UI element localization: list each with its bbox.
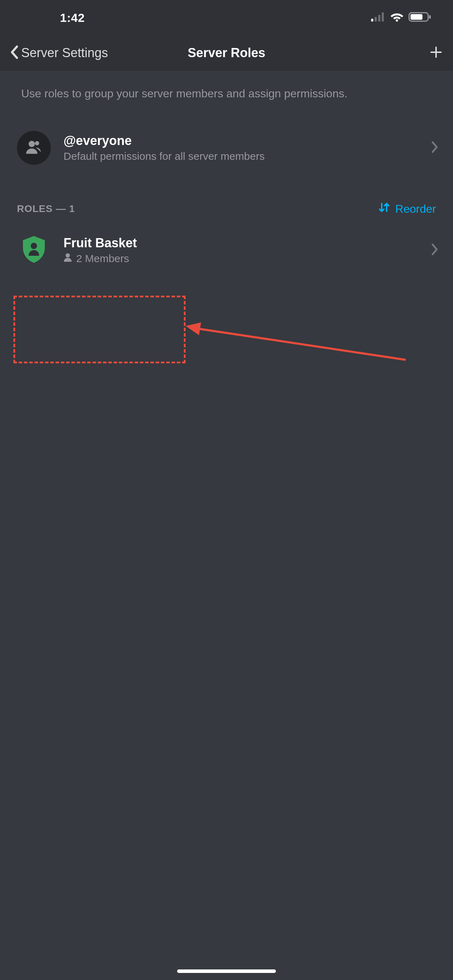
svg-point-11 [35,141,39,145]
role-row[interactable]: Fruit Basket 2 Members [0,227,453,274]
reorder-label: Reorder [395,202,436,216]
home-indicator [177,969,276,973]
roles-count-label: ROLES — 1 [17,203,75,215]
svg-rect-0 [371,19,373,22]
annotation-highlight-box [13,296,186,363]
back-button[interactable]: Server Settings [10,45,108,60]
back-label: Server Settings [21,46,108,60]
person-icon [64,253,72,264]
roles-section-header: ROLES — 1 Reorder [0,173,453,227]
svg-marker-17 [186,323,201,335]
battery-icon [408,12,432,24]
role-name: Fruit Basket [64,235,431,250]
page-title: Server Roles [188,46,265,60]
wifi-icon [389,12,404,24]
reorder-button[interactable]: Reorder [378,201,436,216]
svg-rect-2 [378,15,380,22]
svg-rect-6 [411,14,423,20]
reorder-icon [378,201,390,216]
role-members: 2 Members [76,253,129,264]
people-icon [25,140,42,156]
status-time: 1:42 [60,11,85,25]
chevron-right-icon [431,243,439,257]
roles-hint: Use roles to group your server members a… [0,70,453,123]
content: Use roles to group your server members a… [0,70,453,274]
chevron-left-icon [10,45,19,60]
svg-rect-7 [429,15,431,19]
status-icons [371,12,432,24]
svg-point-10 [29,141,35,147]
svg-point-15 [66,253,70,258]
cellular-icon [371,12,385,23]
everyone-subtitle: Default permissions for all server membe… [64,150,431,162]
svg-point-4 [396,19,398,22]
everyone-avatar [17,131,51,165]
status-bar: 1:42 [0,0,453,35]
role-shield-icon [22,235,46,265]
everyone-title: @everyone [64,134,431,148]
svg-rect-1 [375,17,377,22]
chevron-right-icon [431,141,439,155]
add-button[interactable] [429,45,443,60]
svg-line-16 [194,328,406,360]
everyone-row[interactable]: @everyone Default permissions for all se… [0,123,453,173]
annotation-arrow [183,318,409,367]
svg-point-14 [31,243,37,249]
nav-header: Server Settings Server Roles [0,35,453,70]
svg-rect-3 [382,12,384,22]
